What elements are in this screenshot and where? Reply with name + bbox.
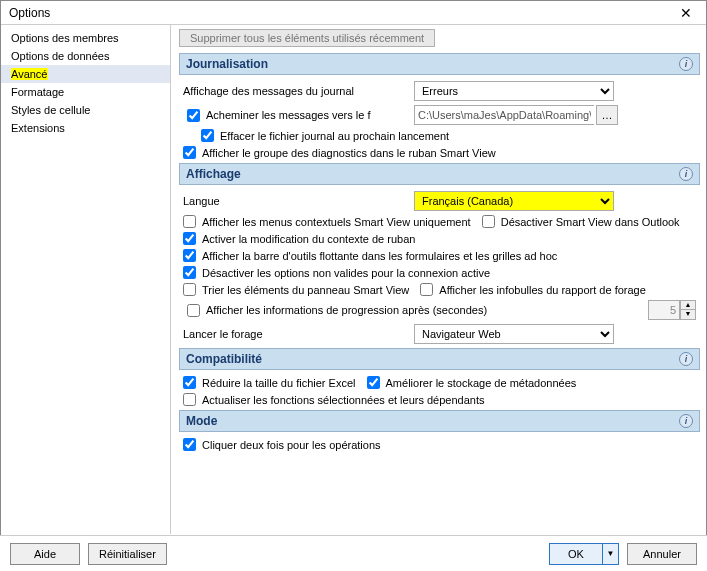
sidebar-item-label: Styles de cellule bbox=[11, 104, 91, 116]
drill-tooltips-check[interactable]: Afficher les infobulles du rapport de fo… bbox=[416, 281, 649, 298]
clear-on-launch-check[interactable]: Effacer le fichier journal au prochain l… bbox=[179, 127, 453, 144]
clear-recent-button[interactable]: Supprimer tous les éléments utilisés réc… bbox=[179, 29, 435, 47]
reduce-size-check[interactable]: Réduire la taille du fichier Excel bbox=[179, 374, 359, 391]
double-click-check[interactable]: Cliquer deux fois pour les opérations bbox=[179, 436, 385, 453]
browse-button[interactable]: … bbox=[596, 105, 618, 125]
display-msgs-label: Affichage des messages du journal bbox=[183, 85, 408, 97]
sidebar-item-label: Extensions bbox=[11, 122, 65, 134]
section-title: Journalisation bbox=[186, 57, 268, 71]
section-title: Affichage bbox=[186, 167, 241, 181]
info-icon[interactable]: i bbox=[679, 57, 693, 71]
sort-panel-check[interactable]: Trier les éléments du panneau Smart View bbox=[179, 281, 413, 298]
reset-button[interactable]: Réinitialiser bbox=[88, 543, 167, 565]
section-header-journal: Journalisation i bbox=[179, 53, 700, 75]
sidebar: Options des membresOptions de donnéesAva… bbox=[1, 25, 171, 534]
launch-drill-label: Lancer le forage bbox=[183, 328, 408, 340]
improve-meta-check[interactable]: Améliorer le stockage de métadonnées bbox=[363, 374, 581, 391]
language-label: Langue bbox=[183, 195, 408, 207]
info-icon[interactable]: i bbox=[679, 414, 693, 428]
journal-path-field[interactable] bbox=[414, 105, 594, 125]
close-icon[interactable]: ✕ bbox=[674, 3, 698, 23]
sidebar-item-label: Avancé bbox=[11, 68, 48, 80]
info-icon[interactable]: i bbox=[679, 352, 693, 366]
refresh-fns-check[interactable]: Actualiser les fonctions sélectionnées e… bbox=[179, 391, 489, 408]
row-launch-drill: Lancer le forage Navigateur Web bbox=[179, 322, 700, 346]
title-bar: Options ✕ bbox=[1, 1, 706, 25]
row-route-messages: Acheminer les messages vers le f … bbox=[179, 103, 700, 127]
progress-info-check[interactable]: Afficher les informations de progression… bbox=[183, 302, 642, 319]
row-display-messages: Affichage des messages du journal Erreur… bbox=[179, 79, 700, 103]
dialog-body: Options des membresOptions de donnéesAva… bbox=[1, 25, 706, 534]
section-header-compat: Compatibilité i bbox=[179, 348, 700, 370]
section-title: Compatibilité bbox=[186, 352, 262, 366]
sidebar-item-label: Options de données bbox=[11, 50, 109, 62]
sidebar-item-5[interactable]: Extensions bbox=[1, 119, 170, 137]
section-header-mode: Mode i bbox=[179, 410, 700, 432]
ok-button[interactable]: OK ▼ bbox=[549, 543, 619, 565]
sidebar-item-label: Formatage bbox=[11, 86, 64, 98]
spinner-up-icon[interactable]: ▲ bbox=[681, 301, 695, 310]
ctx-menus-check[interactable]: Afficher les menus contextuels Smart Vie… bbox=[179, 213, 475, 230]
sidebar-item-1[interactable]: Options de données bbox=[1, 47, 170, 65]
show-diagnostics-check[interactable]: Afficher le groupe des diagnostics dans … bbox=[179, 144, 500, 161]
sidebar-item-3[interactable]: Formatage bbox=[1, 83, 170, 101]
progress-seconds-spinner[interactable]: ▲ ▼ bbox=[648, 300, 696, 320]
disable-outlook-check[interactable]: Désactiver Smart View dans Outlook bbox=[478, 213, 684, 230]
sidebar-item-4[interactable]: Styles de cellule bbox=[1, 101, 170, 119]
chevron-down-icon[interactable]: ▼ bbox=[602, 544, 618, 564]
section-title: Mode bbox=[186, 414, 217, 428]
section-header-display: Affichage i bbox=[179, 163, 700, 185]
sidebar-item-0[interactable]: Options des membres bbox=[1, 29, 170, 47]
window-title: Options bbox=[9, 6, 50, 20]
sidebar-item-2[interactable]: Avancé bbox=[1, 65, 170, 83]
spinner-down-icon[interactable]: ▼ bbox=[681, 310, 695, 319]
display-msgs-select[interactable]: Erreurs bbox=[414, 81, 614, 101]
launch-drill-select[interactable]: Navigateur Web bbox=[414, 324, 614, 344]
disable-invalid-check[interactable]: Désactiver les options non valides pour … bbox=[179, 264, 494, 281]
route-msgs-check[interactable]: Acheminer les messages vers le f bbox=[183, 107, 408, 124]
language-select[interactable]: Français (Canada) bbox=[414, 191, 614, 211]
help-button[interactable]: Aide bbox=[10, 543, 80, 565]
sidebar-item-label: Options des membres bbox=[11, 32, 119, 44]
row-progress-info: Afficher les informations de progression… bbox=[179, 298, 700, 322]
row-language: Langue Français (Canada) bbox=[179, 189, 700, 213]
cancel-button[interactable]: Annuler bbox=[627, 543, 697, 565]
footer: Aide Réinitialiser OK ▼ Annuler bbox=[0, 535, 707, 571]
content-pane: Supprimer tous les éléments utilisés réc… bbox=[171, 25, 706, 534]
top-button-row: Supprimer tous les éléments utilisés réc… bbox=[179, 29, 700, 51]
info-icon[interactable]: i bbox=[679, 167, 693, 181]
floating-toolbar-check[interactable]: Afficher la barre d'outils flottante dan… bbox=[179, 247, 561, 264]
ribbon-ctx-check[interactable]: Activer la modification du contexte de r… bbox=[179, 230, 419, 247]
